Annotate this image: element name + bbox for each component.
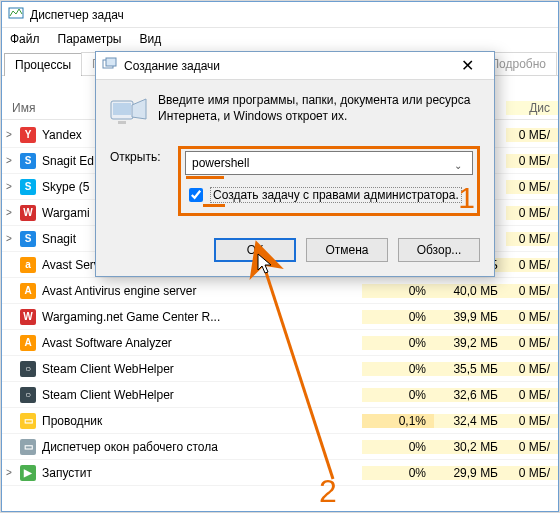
app-icon: W: [20, 309, 36, 325]
browse-button[interactable]: Обзор...: [398, 238, 480, 262]
annotation-number-1: 1: [458, 181, 475, 215]
process-name: ▭Проводник: [16, 413, 362, 429]
annotation-underline: [186, 176, 224, 179]
app-icon: A: [20, 335, 36, 351]
run-icon: [102, 56, 118, 75]
disk-value: 0 МБ/: [506, 414, 558, 428]
process-name: ▶Запустит: [16, 465, 362, 481]
app-icon: S: [20, 179, 36, 195]
disk-value: 0 МБ/: [506, 154, 558, 168]
process-name: ▭Диспетчер окон рабочего стола: [16, 439, 362, 455]
app-icon: ▶: [20, 465, 36, 481]
titlebar: Диспетчер задач: [2, 2, 558, 28]
expand-icon[interactable]: >: [2, 129, 16, 140]
table-row[interactable]: ▭Проводник0,1%32,4 МБ0 МБ/: [2, 408, 558, 434]
app-icon: A: [20, 283, 36, 299]
mem-value: 32,4 МБ: [434, 414, 506, 428]
process-name: WWargaming.net Game Center R...: [16, 309, 362, 325]
annotation-number-2: 2: [319, 473, 337, 510]
disk-value: 0 МБ/: [506, 466, 558, 480]
disk-value: 0 МБ/: [506, 336, 558, 350]
cpu-value: 0%: [362, 388, 434, 402]
disk-value: 0 МБ/: [506, 258, 558, 272]
admin-checkbox-label: Создать задачу с правами администратора.: [210, 187, 462, 203]
dropdown-icon[interactable]: ⌄: [451, 158, 465, 172]
expand-icon[interactable]: >: [2, 155, 16, 166]
admin-checkbox[interactable]: [189, 188, 203, 202]
expand-icon[interactable]: >: [2, 467, 16, 478]
run-dialog-icon: [110, 92, 148, 132]
expand-icon[interactable]: >: [2, 181, 16, 192]
header-disk[interactable]: Дис: [506, 101, 558, 115]
cpu-value: 0,1%: [362, 414, 434, 428]
svg-rect-5: [118, 121, 126, 124]
cpu-value: 0%: [362, 310, 434, 324]
disk-value: 0 МБ/: [506, 232, 558, 246]
app-icon: Y: [20, 127, 36, 143]
highlight-box: ⌄ Создать задачу с правами администратор…: [178, 146, 480, 216]
mem-value: 32,6 МБ: [434, 388, 506, 402]
mem-value: 39,9 МБ: [434, 310, 506, 324]
app-icon: ▭: [20, 413, 36, 429]
table-row[interactable]: WWargaming.net Game Center R...0%39,9 МБ…: [2, 304, 558, 330]
process-name: ○Steam Client WebHelper: [16, 387, 362, 403]
table-row[interactable]: ○Steam Client WebHelper0%32,6 МБ0 МБ/: [2, 382, 558, 408]
tab-processes[interactable]: Процессы: [4, 53, 82, 76]
svg-rect-4: [113, 103, 131, 115]
menu-view[interactable]: Вид: [139, 32, 161, 46]
menu-file[interactable]: Файл: [10, 32, 40, 46]
app-icon: ▭: [20, 439, 36, 455]
mem-value: 40,0 МБ: [434, 284, 506, 298]
disk-value: 0 МБ/: [506, 128, 558, 142]
disk-value: 0 МБ/: [506, 206, 558, 220]
close-button[interactable]: ✕: [446, 52, 488, 79]
cpu-value: 0%: [362, 466, 434, 480]
cpu-value: 0%: [362, 440, 434, 454]
table-row[interactable]: >▶Запустит0%29,9 МБ0 МБ/: [2, 460, 558, 486]
app-icon: a: [20, 257, 36, 273]
process-name: ○Steam Client WebHelper: [16, 361, 362, 377]
process-name: AAvast Software Analyzer: [16, 335, 362, 351]
disk-value: 0 МБ/: [506, 180, 558, 194]
disk-value: 0 МБ/: [506, 284, 558, 298]
mem-value: 30,2 МБ: [434, 440, 506, 454]
table-row[interactable]: AAvast Antivirus engine server0%40,0 МБ0…: [2, 278, 558, 304]
cpu-value: 0%: [362, 284, 434, 298]
cancel-button[interactable]: Отмена: [306, 238, 388, 262]
menu-bar: Файл Параметры Вид: [2, 28, 558, 50]
svg-rect-2: [106, 58, 116, 66]
expand-icon[interactable]: >: [2, 233, 16, 244]
expand-icon[interactable]: >: [2, 207, 16, 218]
table-row[interactable]: ○Steam Client WebHelper0%35,5 МБ0 МБ/: [2, 356, 558, 382]
app-icon: S: [20, 153, 36, 169]
cpu-value: 0%: [362, 362, 434, 376]
mem-value: 39,2 МБ: [434, 336, 506, 350]
close-icon: ✕: [461, 56, 474, 75]
app-icon: ○: [20, 387, 36, 403]
dialog-prompt: Введите имя программы, папки, документа …: [158, 92, 480, 132]
menu-options[interactable]: Параметры: [58, 32, 122, 46]
app-icon: ○: [20, 361, 36, 377]
app-icon: W: [20, 205, 36, 221]
window-title: Диспетчер задач: [30, 8, 124, 22]
mem-value: 35,5 МБ: [434, 362, 506, 376]
process-name: AAvast Antivirus engine server: [16, 283, 362, 299]
app-icon: S: [20, 231, 36, 247]
create-task-dialog: Создание задачи ✕ Введите имя программы,…: [95, 51, 495, 277]
mem-value: 29,9 МБ: [434, 466, 506, 480]
task-manager-icon: [8, 5, 24, 24]
disk-value: 0 МБ/: [506, 440, 558, 454]
annotation-underline-2: [203, 204, 225, 207]
disk-value: 0 МБ/: [506, 310, 558, 324]
cpu-value: 0%: [362, 336, 434, 350]
dialog-title: Создание задачи: [124, 59, 220, 73]
ok-button[interactable]: ОК: [214, 238, 296, 262]
disk-value: 0 МБ/: [506, 362, 558, 376]
table-row[interactable]: ▭Диспетчер окон рабочего стола0%30,2 МБ0…: [2, 434, 558, 460]
dialog-titlebar: Создание задачи ✕: [96, 52, 494, 80]
table-row[interactable]: AAvast Software Analyzer0%39,2 МБ0 МБ/: [2, 330, 558, 356]
open-input[interactable]: [185, 151, 473, 175]
open-label: Открыть:: [110, 146, 168, 164]
disk-value: 0 МБ/: [506, 388, 558, 402]
